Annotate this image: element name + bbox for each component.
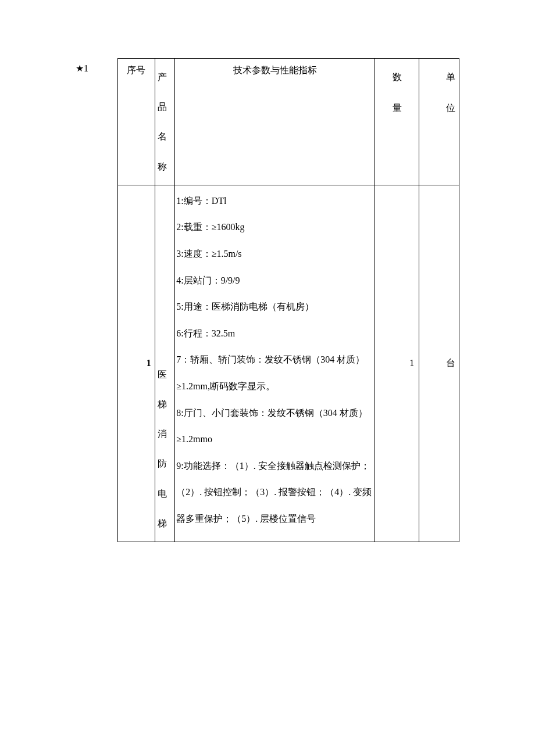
cell-name: 医 梯 消 防 电 梯 [155,185,174,542]
cell-spec: 1:编号：DTl2:载重：≥1600kg3:速度：≥1.5m/s4:层站门：9/… [175,185,375,542]
cell-qty: 1 [375,185,419,542]
star-marker: ★1 [76,58,88,74]
table-header-row: 序号 产 品 名 称 技术参数与性能指标 数 量 单 位 [118,59,459,185]
page-wrapper: ★1 序号 产 品 名 称 技术参数与性能指标 数 量 单 位 1 医 [76,58,459,542]
cell-unit: 台 [419,185,459,542]
header-name: 产 品 名 称 [155,59,174,185]
header-seq: 序号 [118,59,155,185]
cell-name-char: 防 [158,449,172,478]
header-spec: 技术参数与性能指标 [175,59,375,185]
header-qty: 数 量 [375,59,419,185]
cell-name-char: 医 [158,360,172,389]
header-unit: 单 位 [419,59,459,185]
cell-name-char: 梯 [158,389,172,419]
header-name-char: 产 [158,62,172,92]
cell-seq: 1 [118,185,155,542]
header-unit-char: 位 [422,93,455,124]
header-qty-char: 量 [377,93,416,124]
header-name-char: 名 [158,121,172,151]
cell-name-char: 电 [158,479,172,508]
header-qty-char: 数 [377,62,416,93]
cell-name-char: 梯 [158,508,172,538]
header-name-char: 称 [158,152,172,181]
header-unit-char: 单 [422,62,455,93]
spec-table: 序号 产 品 名 称 技术参数与性能指标 数 量 单 位 1 医 梯 消 [117,58,459,542]
header-name-char: 品 [158,92,172,121]
table-row: 1 医 梯 消 防 电 梯 1:编号：DTl2:载重：≥1600kg3:速度：≥… [118,185,459,542]
cell-name-char: 消 [158,419,172,449]
